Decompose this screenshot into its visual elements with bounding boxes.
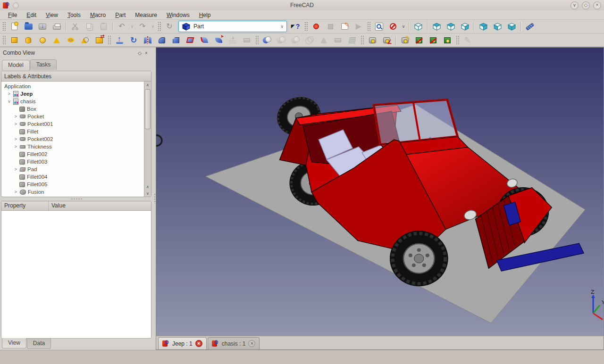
close-button[interactable]: × xyxy=(593,1,601,9)
close-document-icon[interactable]: × xyxy=(195,340,202,347)
tree-item-box[interactable]: Box xyxy=(2,105,144,113)
cut-button[interactable] xyxy=(68,20,82,33)
tree-item-fusion[interactable]: > Fusion xyxy=(2,188,144,196)
measure-linear-button[interactable] xyxy=(365,34,379,46)
part-revolve-button[interactable]: ↻ xyxy=(126,34,141,46)
close-panel-button[interactable]: × xyxy=(143,50,150,56)
part-boolean-button[interactable] xyxy=(260,34,274,46)
view-left-button[interactable] xyxy=(504,20,519,33)
part-cut-button[interactable] xyxy=(274,34,288,46)
tree-item-jeep[interactable]: > Jeep xyxy=(2,90,144,98)
toolbar-drag-handle[interactable] xyxy=(108,35,111,45)
tree-item-fillet005[interactable]: Fillet005 xyxy=(2,181,144,188)
measure-refresh-button[interactable] xyxy=(398,34,412,46)
expander-closed-icon[interactable]: > xyxy=(14,137,18,141)
refresh-button[interactable]: ↻ xyxy=(162,20,176,33)
tab-model[interactable]: Model xyxy=(2,60,30,70)
macro-edit-button[interactable] xyxy=(337,20,352,33)
tree-item-pad[interactable]: > Pad xyxy=(2,165,144,173)
part-section-button[interactable] xyxy=(317,34,331,46)
measure-clearall-button[interactable] xyxy=(412,34,426,46)
tree-item-chasis[interactable]: v chasis xyxy=(2,98,144,105)
part-offset-button[interactable] xyxy=(240,34,254,46)
tree-item-pocket002[interactable]: > Pocket002 xyxy=(2,135,144,143)
part-torus-button[interactable] xyxy=(64,34,78,46)
part-intersection-button[interactable] xyxy=(302,34,317,46)
part-cone-button[interactable] xyxy=(50,34,64,46)
macro-record-button[interactable] xyxy=(309,20,323,33)
part-box-button[interactable] xyxy=(7,34,21,46)
part-crosssections-button[interactable] xyxy=(331,34,345,46)
redo-dropdown[interactable]: ∨ xyxy=(150,20,156,33)
part-extrude-button[interactable] xyxy=(112,34,126,46)
panel-splitter[interactable] xyxy=(1,197,151,201)
scroll-up-icon[interactable]: ∧ xyxy=(144,183,151,190)
scroll-up-icon[interactable]: ∧ xyxy=(144,82,151,88)
tree-item-fillet[interactable]: Fillet xyxy=(2,128,144,135)
save-button[interactable] xyxy=(35,20,50,33)
view-bottom-button[interactable] xyxy=(490,20,504,33)
toolbar-drag-handle[interactable] xyxy=(2,22,6,31)
expander-closed-icon[interactable]: > xyxy=(14,122,18,126)
expander-open-icon[interactable]: v xyxy=(7,99,11,104)
menu-file[interactable]: File xyxy=(4,11,21,19)
toolbar-drag-handle[interactable] xyxy=(158,22,161,31)
scroll-down-icon[interactable]: ∨ xyxy=(144,190,151,197)
measure-toggle3d-button[interactable] xyxy=(440,34,454,46)
part-loft-button[interactable] xyxy=(226,34,240,46)
view-axonometric-button[interactable] xyxy=(411,20,425,33)
sketch-button[interactable]: ✎ xyxy=(461,34,475,46)
paste-button[interactable] xyxy=(96,20,110,33)
tree-item-fillet003[interactable]: Fillet003 xyxy=(2,158,144,165)
part-mirror-button[interactable] xyxy=(141,34,155,46)
tree-item-pocket[interactable]: > Pocket xyxy=(2,113,144,120)
tab-tasks[interactable]: Tasks xyxy=(30,59,57,70)
toolbar-drag-handle[interactable] xyxy=(361,35,364,45)
document-tab-chasis[interactable]: chasis : 1 × xyxy=(208,337,260,349)
part-sphere-button[interactable] xyxy=(35,34,50,46)
value-column-header[interactable]: Value xyxy=(49,201,68,210)
fit-all-button[interactable] xyxy=(372,20,386,33)
tree-item-thickness[interactable]: > Thickness xyxy=(2,143,144,150)
macro-stop-button[interactable] xyxy=(323,20,337,33)
maximize-button[interactable]: ◇ xyxy=(582,1,590,9)
part-shapebuilder-button[interactable] xyxy=(92,34,106,46)
expander-closed-icon[interactable]: > xyxy=(14,190,18,194)
open-document-button[interactable] xyxy=(21,20,35,33)
workbench-selector[interactable]: Part ∨ xyxy=(178,21,287,32)
draw-style-dropdown[interactable]: ∨ xyxy=(400,20,407,33)
undo-dropdown[interactable]: ∨ xyxy=(129,20,135,33)
expander-closed-icon[interactable]: > xyxy=(14,114,18,119)
measure-toggleall-button[interactable] xyxy=(426,34,440,46)
redo-button[interactable]: ↷ xyxy=(135,20,150,33)
minimize-button[interactable]: ∨ xyxy=(570,1,579,9)
menu-tools[interactable]: Tools xyxy=(63,11,85,19)
part-ruledsurface-button[interactable] xyxy=(197,34,211,46)
part-fillet-button[interactable] xyxy=(155,34,169,46)
draw-style-button[interactable] xyxy=(386,20,400,33)
toolbar-drag-handle[interactable] xyxy=(456,35,459,45)
toolbar-drag-handle[interactable] xyxy=(2,35,6,45)
tree-item-fillet004[interactable]: Fillet004 xyxy=(2,173,144,181)
tree-item-pocket001[interactable]: > Pocket001 xyxy=(2,120,144,128)
menu-help[interactable]: Help xyxy=(195,11,215,19)
float-panel-button[interactable]: ◇ xyxy=(136,50,143,56)
view-right-button[interactable] xyxy=(458,20,472,33)
menu-measure[interactable]: Measure xyxy=(131,11,161,19)
menu-edit[interactable]: Edit xyxy=(22,11,41,19)
tab-view[interactable]: View xyxy=(2,338,26,348)
tree-item-fillet002[interactable]: Fillet002 xyxy=(2,150,144,158)
expander-closed-icon[interactable]: > xyxy=(7,91,11,96)
toolbar-drag-handle[interactable] xyxy=(367,22,370,31)
view-front-button[interactable] xyxy=(429,20,444,33)
tree-item-application[interactable]: Application xyxy=(2,83,144,90)
menu-macro[interactable]: Macro xyxy=(86,11,110,19)
expander-closed-icon[interactable]: > xyxy=(14,144,18,149)
document-tab-jeep[interactable]: Jeep : 1 × xyxy=(158,337,207,349)
undo-button[interactable]: ↶ xyxy=(115,20,129,33)
new-document-button[interactable] xyxy=(7,20,21,33)
part-primitives-button[interactable] xyxy=(78,34,92,46)
menu-windows[interactable]: Windows xyxy=(162,11,194,19)
expander-closed-icon[interactable]: > xyxy=(14,167,18,172)
3d-viewport[interactable]: Z Y X xyxy=(156,47,604,336)
